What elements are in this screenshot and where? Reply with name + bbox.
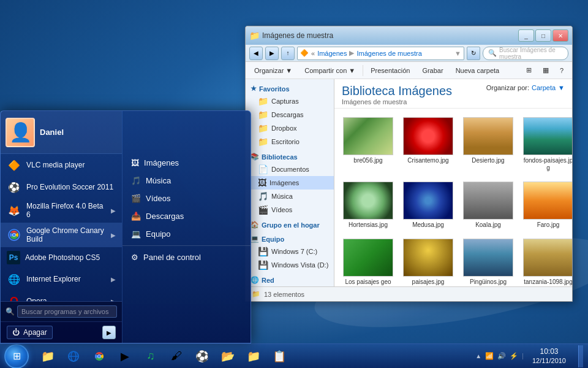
- start-right-videos[interactable]: 🎬 Vídeos: [123, 190, 251, 207]
- sidebar-favorites-header[interactable]: ★Favoritos: [246, 83, 334, 94]
- tray-arrow[interactable]: ▲: [475, 353, 481, 359]
- sidebar-item-windows7[interactable]: 💾Windows 7 (C:): [246, 245, 334, 258]
- start-right-music[interactable]: 🎵 Música: [123, 172, 251, 190]
- start-item-vlc[interactable]: 🔶 VLC media player: [1, 154, 122, 176]
- tray-network[interactable]: 📶: [485, 352, 494, 360]
- taskbar-app-chrome[interactable]: [87, 345, 111, 367]
- start-menu-left: 👤 Daniel 🔶 VLC media player ⚽ Pro Evolut…: [1, 111, 123, 343]
- sidebar-item-dropbox[interactable]: 📁Dropbox: [246, 121, 334, 135]
- show-desktop-button[interactable]: [578, 345, 583, 367]
- sidebar-item-musica[interactable]: 🎵Música: [246, 190, 334, 203]
- new-folder-button[interactable]: Nueva carpeta: [451, 65, 505, 76]
- images-icon: 🖼: [131, 158, 139, 167]
- share-button[interactable]: Compartir con ▼: [300, 65, 360, 76]
- image-item-medusa[interactable]: Medusa.jpg: [401, 179, 456, 231]
- ie-arrow: ▶: [111, 276, 116, 283]
- taskbar-app-spotify[interactable]: ♫: [138, 345, 163, 367]
- image-name-pinguinos: Pingüinos.jpg: [470, 278, 507, 286]
- shutdown-button[interactable]: ⏻ Apagar: [7, 326, 53, 339]
- start-right-downloads[interactable]: 📥 Descargas: [123, 207, 251, 225]
- image-item-fondos[interactable]: fondos-paisajes.jpg: [521, 115, 572, 174]
- sidebar-item-videos[interactable]: 🎬Vídeos: [246, 203, 334, 217]
- forward-button[interactable]: ▶: [265, 47, 279, 60]
- image-item-bre056[interactable]: bre056.jpg: [341, 115, 396, 174]
- start-right-control-panel[interactable]: ⚙ Panel de control: [123, 248, 251, 266]
- taskbar-app-mediaplayer[interactable]: ▶: [113, 345, 137, 367]
- taskbar-app-paint[interactable]: 🖌: [164, 345, 189, 367]
- taskbar-app-pes[interactable]: ⚽: [190, 345, 214, 367]
- sidebar-item-descargas[interactable]: 📁Descargas: [246, 108, 334, 121]
- address-bar[interactable]: 🔶 « Imágenes ▶ Imágenes de muestra ▼: [297, 47, 464, 60]
- search-box[interactable]: 🔍 Buscar Imágenes de muestra: [483, 47, 568, 60]
- image-item-tanzania[interactable]: tanzania-1098.jpg: [521, 236, 572, 286]
- shutdown-arrow-button[interactable]: ▶: [102, 326, 116, 339]
- image-item-paisajes[interactable]: paisajes.jpg: [401, 236, 456, 286]
- tray-volume[interactable]: 🔊: [497, 352, 506, 360]
- presentation-button[interactable]: Presentación: [366, 65, 415, 76]
- image-thumb-medusa: [403, 182, 453, 220]
- sidebar-network-header[interactable]: 🌐Red: [246, 274, 334, 286]
- clock[interactable]: 10:03 12/11/2010: [527, 347, 571, 366]
- start-right-images[interactable]: 🖼 Imágenes: [123, 154, 251, 172]
- sidebar-network-section: 🌐Red: [246, 274, 334, 286]
- sidebar-item-windowsvista[interactable]: 💾Windows Vista (D:): [246, 258, 334, 272]
- image-name-tanzania: tanzania-1098.jpg: [524, 278, 572, 286]
- explorer-body: ★Favoritos 📁Capturas 📁Descargas 📁Dropbox…: [246, 79, 572, 286]
- image-name-hortensias: Hortensias.jpg: [349, 221, 388, 229]
- pes-icon: ⚽: [7, 180, 21, 194]
- sidebar-item-capturas[interactable]: 📁Capturas: [246, 94, 334, 108]
- explorer-main: Organizar por: Carpeta ▼ Biblioteca Imág…: [334, 79, 572, 286]
- sidebar-libraries-header[interactable]: 📚Bibliotecas: [246, 151, 334, 163]
- start-item-opera[interactable]: O Opera ▶: [1, 290, 122, 301]
- image-item-pinguinos[interactable]: Pingüinos.jpg: [461, 236, 516, 286]
- address-part-images[interactable]: Imágenes: [317, 50, 347, 57]
- image-item-hortensias[interactable]: Hortensias.jpg: [341, 179, 396, 231]
- image-item-koala[interactable]: Koala.jpg: [461, 179, 516, 231]
- view-toggle-button[interactable]: ⊞: [521, 64, 537, 76]
- record-button[interactable]: Grabar: [417, 65, 448, 76]
- sidebar-item-documentos[interactable]: 📄Documentos: [246, 163, 334, 176]
- sidebar-homegroup-header[interactable]: 🏠Grupo en el hogar: [246, 219, 334, 231]
- address-part-sample[interactable]: Imágenes de muestra: [356, 50, 421, 57]
- library-subtitle: Imágenes de muestra: [342, 98, 565, 105]
- chrome-arrow: ▶: [111, 232, 116, 239]
- image-item-faro[interactable]: Faro.jpg: [521, 179, 572, 231]
- taskbar-app-misc[interactable]: 📋: [267, 345, 292, 367]
- opera-icon: O: [7, 294, 21, 301]
- start-button[interactable]: [0, 344, 33, 369]
- start-item-photoshop[interactable]: Ps Adobe Photoshop CS5: [1, 247, 122, 268]
- close-button[interactable]: ✕: [552, 29, 568, 42]
- back-button[interactable]: ◀: [249, 47, 263, 60]
- taskbar-app-folder2[interactable]: 📂: [216, 345, 240, 367]
- start-item-pes[interactable]: ⚽ Pro Evolution Soccer 2011: [1, 176, 122, 198]
- shutdown-icon: ⏻: [12, 328, 20, 337]
- help-button[interactable]: ?: [555, 64, 568, 76]
- sidebar-item-imagenes[interactable]: 🖼Imágenes: [246, 176, 334, 190]
- sidebar-equipment-header[interactable]: 💻Equipo: [246, 233, 334, 245]
- desktop: 📁 Imágenes de muestra _ □ ✕ ◀ ▶ ↑ 🔶 « Im…: [0, 0, 588, 368]
- search-input[interactable]: [17, 305, 117, 318]
- organize-button[interactable]: Organizar ▼: [249, 65, 297, 76]
- refresh-button[interactable]: ↻: [467, 47, 480, 60]
- minimize-button[interactable]: _: [518, 29, 534, 42]
- taskbar-app-ie[interactable]: [61, 345, 86, 367]
- start-item-chrome[interactable]: Google Chrome Canary Build ▶: [1, 223, 122, 247]
- tray-battery[interactable]: ⚡: [510, 352, 518, 360]
- up-button[interactable]: ↑: [281, 47, 295, 60]
- library-sort[interactable]: Organizar por: Carpeta ▼: [486, 84, 565, 91]
- taskbar-app-folder[interactable]: 📁: [36, 345, 60, 367]
- start-item-firefox[interactable]: 🦊 Mozilla Firefox 4.0 Beta 6 ▶: [1, 198, 122, 223]
- image-item-crisantemo[interactable]: Crisantemo.jpg: [401, 115, 456, 174]
- taskbar-app-folder3[interactable]: 📁: [241, 345, 266, 367]
- sidebar-item-escritorio[interactable]: 📁Escritorio: [246, 135, 334, 148]
- image-thumb-koala: [463, 182, 513, 220]
- image-item-paisajes-geo[interactable]: Los paisajes geomorfologicos _Picture3.j…: [341, 236, 396, 286]
- maximize-button[interactable]: □: [535, 29, 551, 42]
- start-item-ie[interactable]: 🌐 Internet Explorer ▶: [1, 268, 122, 290]
- start-orb[interactable]: [4, 344, 29, 369]
- image-item-desierto[interactable]: Desierto.jpg: [461, 115, 516, 174]
- firefox-icon: 🦊: [7, 203, 21, 218]
- start-right-equipment[interactable]: 💻 Equipo: [123, 225, 251, 243]
- image-thumb-desierto: [463, 117, 513, 155]
- preview-pane-button[interactable]: ▦: [538, 64, 554, 76]
